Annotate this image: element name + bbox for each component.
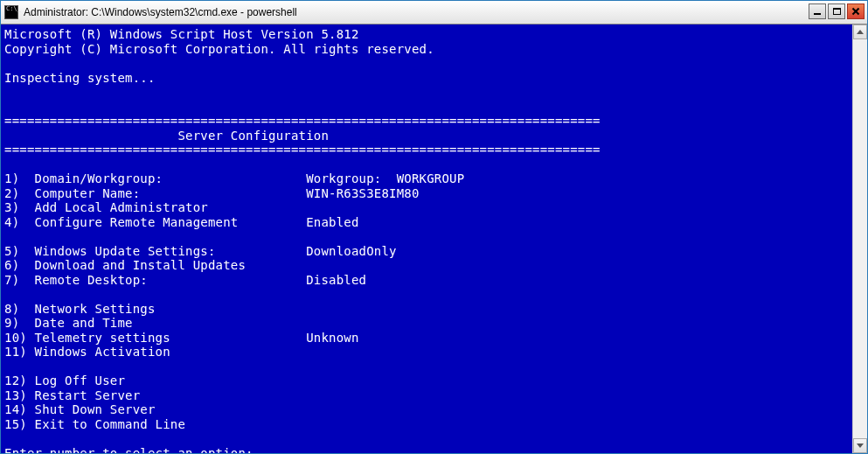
vertical-scrollbar[interactable] bbox=[852, 24, 867, 453]
titlebar[interactable]: Administrator: C:\Windows\system32\cmd.e… bbox=[1, 1, 867, 24]
cmd-window: Administrator: C:\Windows\system32\cmd.e… bbox=[0, 0, 868, 454]
chevron-down-icon bbox=[857, 444, 864, 448]
chevron-up-icon bbox=[857, 30, 864, 34]
window-controls bbox=[809, 1, 867, 24]
maximize-button[interactable] bbox=[828, 3, 845, 19]
close-button[interactable] bbox=[847, 3, 865, 19]
terminal-output[interactable]: Microsoft (R) Windows Script Host Versio… bbox=[1, 24, 852, 453]
scroll-track[interactable] bbox=[853, 39, 867, 438]
window-title: Administrator: C:\Windows\system32\cmd.e… bbox=[24, 6, 809, 18]
close-icon bbox=[851, 7, 860, 16]
scroll-up-button[interactable] bbox=[853, 24, 867, 39]
scroll-down-button[interactable] bbox=[853, 438, 867, 453]
terminal-wrapper: Microsoft (R) Windows Script Host Versio… bbox=[1, 24, 867, 453]
maximize-icon bbox=[833, 8, 841, 15]
minimize-icon bbox=[814, 13, 821, 15]
minimize-button[interactable] bbox=[809, 3, 826, 19]
cmd-icon bbox=[4, 5, 18, 19]
